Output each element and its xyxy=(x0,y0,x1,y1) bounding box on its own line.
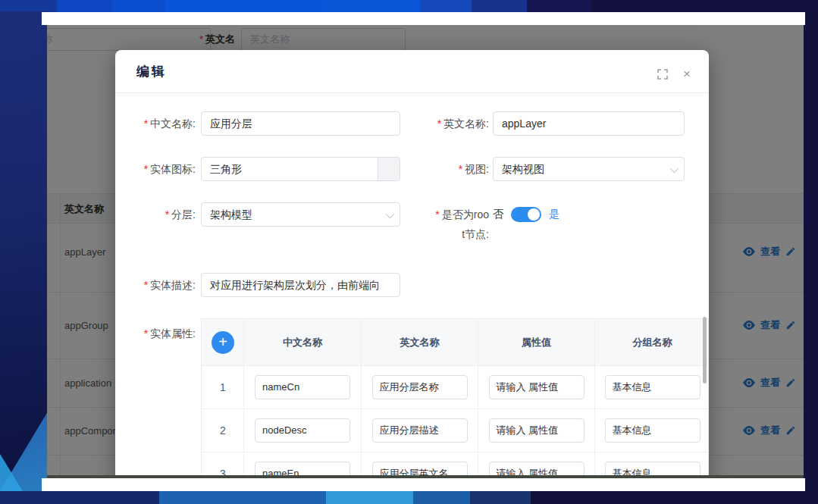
view-label: *视图: xyxy=(403,157,489,181)
required-asterisk: * xyxy=(144,163,148,175)
entity-desc-input[interactable]: 对应用进行架构层次划分，由前端向 xyxy=(201,273,400,297)
window-bottom-edge xyxy=(47,475,804,478)
cell-index: 3 xyxy=(202,452,244,477)
required-asterisk: * xyxy=(144,327,148,340)
header-cell-en: 英文名称 xyxy=(362,319,478,365)
chevron-down-icon xyxy=(386,210,394,218)
is-root-label: *是否为roo t节点: xyxy=(403,205,489,244)
attr-value-input[interactable]: 请输入 属性值 xyxy=(489,418,585,443)
view-select[interactable]: 架构视图 xyxy=(493,157,685,181)
switch-knob xyxy=(528,208,540,221)
required-asterisk: * xyxy=(144,117,148,130)
icon-picker-addon[interactable] xyxy=(378,157,400,181)
layer-label: *分层: xyxy=(115,202,196,227)
en-name-input[interactable]: appLayer xyxy=(493,111,685,136)
required-asterisk: * xyxy=(435,208,439,221)
cell-group: 基本信息 xyxy=(595,366,710,409)
chevron-down-icon xyxy=(670,164,679,173)
attr-cn-input[interactable]: nameCn xyxy=(255,375,350,399)
attr-en-input[interactable]: 应用分层描述 xyxy=(372,418,468,443)
cell-cn: nodeDesc xyxy=(244,409,362,452)
en-name-label: *英文名称: xyxy=(403,111,489,136)
cell-cn: nameEn xyxy=(244,452,362,477)
frame-bottom-bar xyxy=(0,491,818,504)
cn-name-label: *中文名称: xyxy=(115,111,196,136)
attr-group-input[interactable]: 基本信息 xyxy=(605,375,700,399)
cell-en: 应用分层描述 xyxy=(362,409,478,452)
attribute-row: 2 nodeDesc 应用分层描述 请输入 属性值 基本信息 xyxy=(202,409,708,452)
required-asterisk: * xyxy=(459,163,462,175)
attr-en-input[interactable]: 应用分层名称 xyxy=(372,375,468,399)
attr-cn-input[interactable]: nodeDesc xyxy=(255,418,350,443)
frame-white-strip-bottom xyxy=(42,478,805,491)
add-attribute-button[interactable]: + xyxy=(212,331,234,354)
attr-value-input[interactable]: 请输入 属性值 xyxy=(489,375,585,399)
toggle-off-label: 否 xyxy=(493,208,503,221)
is-root-toggle-row: 否 是 xyxy=(493,202,559,227)
header-cell-value: 属性值 xyxy=(478,319,595,365)
entity-icon-label: *实体图标: xyxy=(115,157,196,181)
fullscreen-icon[interactable] xyxy=(657,68,669,80)
cell-value: 请输入 属性值 xyxy=(478,409,595,452)
frame-left-band xyxy=(0,11,47,491)
required-asterisk: * xyxy=(144,279,148,291)
frame-white-strip-top xyxy=(42,12,805,25)
entity-attrs-label: *实体属性: xyxy=(115,321,196,346)
attr-group-input[interactable]: 基本信息 xyxy=(605,418,700,443)
frame-top-bar xyxy=(0,0,818,12)
required-asterisk: * xyxy=(165,208,169,221)
cn-name-input[interactable]: 应用分层 xyxy=(201,111,400,136)
attributes-table-header: + 中文名称 英文名称 属性值 分组名称 xyxy=(202,319,708,366)
cell-group: 基本信息 xyxy=(595,409,710,452)
cell-index: 2 xyxy=(202,409,244,452)
cell-value: 请输入 属性值 xyxy=(478,452,595,477)
entity-desc-label: *实体描述: xyxy=(115,273,196,297)
cell-group: 基本信息 xyxy=(595,452,710,477)
header-cell-add: + xyxy=(202,319,244,365)
cell-en: 应用分层英文名 xyxy=(362,452,478,477)
entity-icon-input[interactable]: 三角形 xyxy=(201,157,400,181)
modal-title: 编辑 xyxy=(136,63,167,80)
modal-scrollbar-thumb[interactable] xyxy=(703,317,707,383)
cell-index: 1 xyxy=(202,366,244,409)
attributes-table: + 中文名称 英文名称 属性值 分组名称 1 nameCn 应用分层名称 请输入… xyxy=(201,318,709,477)
cell-cn: nameCn xyxy=(244,366,362,409)
attribute-row: 3 nameEn 应用分层英文名 请输入 属性值 基本信息 xyxy=(202,452,708,477)
is-root-switch[interactable] xyxy=(511,207,541,222)
modal-header: 编辑 × xyxy=(115,50,709,93)
header-cell-cn: 中文名称 xyxy=(244,319,362,365)
app-window: 中文名称 *英文名 英文名称 英文名称 appLayer appGroup ap… xyxy=(47,25,804,477)
cell-en: 应用分层名称 xyxy=(362,366,478,409)
cell-value: 请输入 属性值 xyxy=(478,366,595,409)
close-icon[interactable]: × xyxy=(681,68,693,80)
toggle-on-label: 是 xyxy=(549,208,559,221)
layer-select[interactable]: 架构模型 xyxy=(201,202,400,227)
header-cell-group: 分组名称 xyxy=(595,319,710,365)
required-asterisk: * xyxy=(437,117,441,130)
attribute-row: 1 nameCn 应用分层名称 请输入 属性值 基本信息 xyxy=(202,366,708,409)
edit-modal: 编辑 × *中文名称: 应用分层 *英文名称: appLayer *实体图标: … xyxy=(115,50,709,477)
